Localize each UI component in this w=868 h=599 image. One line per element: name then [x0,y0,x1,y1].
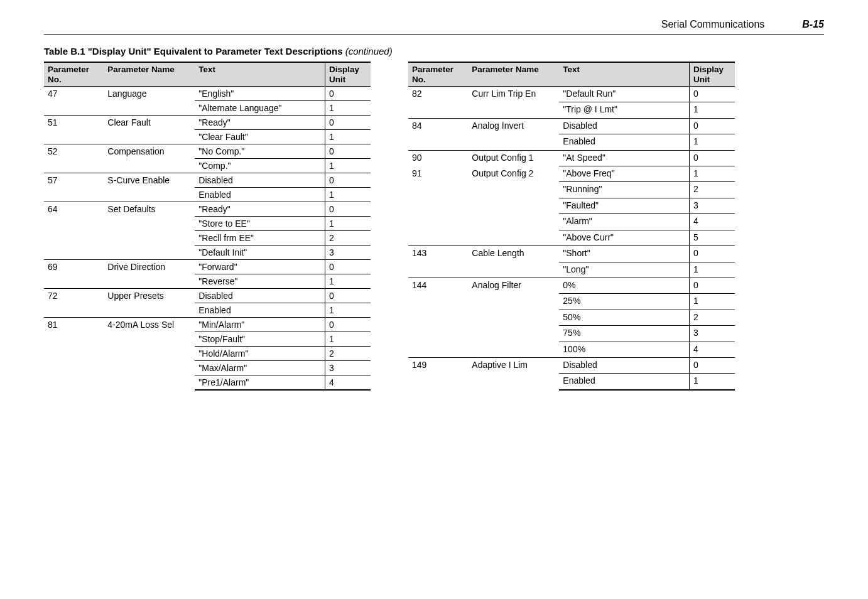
table-row: 144Analog Filter0%0 [408,278,735,293]
param-display-unit: 1 [689,374,735,390]
param-text: "Forward" [195,260,325,274]
table-row: 57S-Curve EnableDisabled0 [44,173,371,188]
param-text: "Above Curr" [559,230,689,246]
table-columns-container: Parameter No. Parameter Name Text Displa… [44,62,824,391]
param-display-unit: 0 [689,118,735,134]
param-text: "Pre1/Alarm" [195,375,325,391]
col-header-text: Text [195,62,325,87]
col-header-no: Parameter No. [408,62,468,87]
col-header-no: Parameter No. [44,62,104,87]
param-text: "Store to EE" [195,217,325,231]
param-name: Upper Presets [104,289,195,318]
param-display-unit: 3 [689,198,735,213]
param-display-unit: 0 [689,357,735,373]
table-row: 90Output Config 1"At Speed"0 [408,150,735,166]
param-display-unit: 0 [689,246,735,262]
param-text: "Reverse" [195,274,325,289]
param-display-unit: 4 [325,375,371,391]
param-no: 72 [44,289,104,318]
param-no: 69 [44,260,104,289]
param-display-unit: 1 [325,101,371,116]
param-no: 51 [44,116,104,144]
param-text: "Default Run" [559,87,689,102]
param-display-unit: 2 [325,347,371,361]
param-text: "No Comp." [195,144,325,159]
table-caption: Table B.1 "Display Unit" Equivalent to P… [44,46,824,57]
param-name: Compensation [104,144,195,173]
table-row: 64Set Defaults"Ready"0 [44,202,371,217]
param-text: Disabled [195,173,325,188]
param-no: 47 [44,87,104,116]
param-text: Enabled [195,188,325,202]
param-display-unit: 0 [325,289,371,303]
caption-prefix: Table B.1 [44,46,85,57]
param-text: 100% [559,342,689,357]
param-no: 91 [408,166,468,246]
param-text: "Ready" [195,202,325,217]
param-name: Analog Invert [468,118,559,150]
param-text: "Running" [559,182,689,198]
param-name: Cable Length [468,246,559,278]
param-no: 52 [44,144,104,173]
table-row: 149Adaptive I LimDisabled0 [408,357,735,373]
param-text: "Comp." [195,159,325,173]
param-name: Curr Lim Trip En [468,87,559,119]
col-header-unit: Display Unit [689,62,735,87]
param-name: Language [104,87,195,116]
col-header-text: Text [559,62,689,87]
param-no: 90 [408,150,468,166]
table-row: 91Output Config 2"Above Freq"1 [408,166,735,182]
table-header-row: Parameter No. Parameter Name Text Displa… [44,62,371,87]
table-row: 814-20mA Loss Sel"Min/Alarm"0 [44,318,371,332]
param-display-unit: 0 [325,144,371,159]
param-display-unit: 1 [325,303,371,318]
param-no: 143 [408,246,468,278]
param-text: Enabled [559,374,689,390]
param-display-unit: 0 [325,87,371,101]
param-text: 25% [559,294,689,310]
table-row: 47Language"English"0 [44,87,371,101]
param-display-unit: 4 [689,342,735,357]
param-text: Disabled [559,357,689,373]
caption-suffix: (continued) [345,46,393,57]
table-row: 82Curr Lim Trip En"Default Run"0 [408,87,735,102]
param-display-unit: 0 [689,150,735,166]
param-name: S-Curve Enable [104,173,195,202]
param-text: Disabled [195,289,325,303]
param-text: "Hold/Alarm" [195,347,325,361]
param-display-unit: 5 [689,230,735,246]
param-name: Clear Fault [104,116,195,144]
param-display-unit: 1 [325,159,371,173]
table-row: 84Analog InvertDisabled0 [408,118,735,134]
col-header-unit: Display Unit [325,62,371,87]
parameter-table-right: Parameter No. Parameter Name Text Displa… [408,62,735,391]
param-display-unit: 3 [325,246,371,260]
col-header-name: Parameter Name [468,62,559,87]
param-display-unit: 1 [325,332,371,347]
param-text: "Faulted" [559,198,689,213]
param-name: Adaptive I Lim [468,357,559,390]
param-no: 64 [44,202,104,260]
param-text: 0% [559,278,689,293]
param-display-unit: 1 [689,102,735,118]
param-display-unit: 0 [325,260,371,274]
param-display-unit: 1 [325,130,371,144]
param-display-unit: 1 [689,294,735,310]
param-name: Drive Direction [104,260,195,289]
param-name: Output Config 2 [468,166,559,246]
param-text: 75% [559,326,689,342]
param-name: 4-20mA Loss Sel [104,318,195,391]
param-display-unit: 0 [689,278,735,293]
param-text: "Default Init" [195,246,325,260]
param-display-unit: 0 [325,116,371,130]
param-display-unit: 3 [325,361,371,375]
param-no: 82 [408,87,468,119]
param-display-unit: 1 [325,188,371,202]
param-text: "Min/Alarm" [195,318,325,332]
param-name: Output Config 1 [468,150,559,166]
param-display-unit: 1 [325,274,371,289]
param-no: 57 [44,173,104,202]
param-no: 84 [408,118,468,150]
param-text: "Trip @ I Lmt" [559,102,689,118]
param-display-unit: 0 [325,202,371,217]
